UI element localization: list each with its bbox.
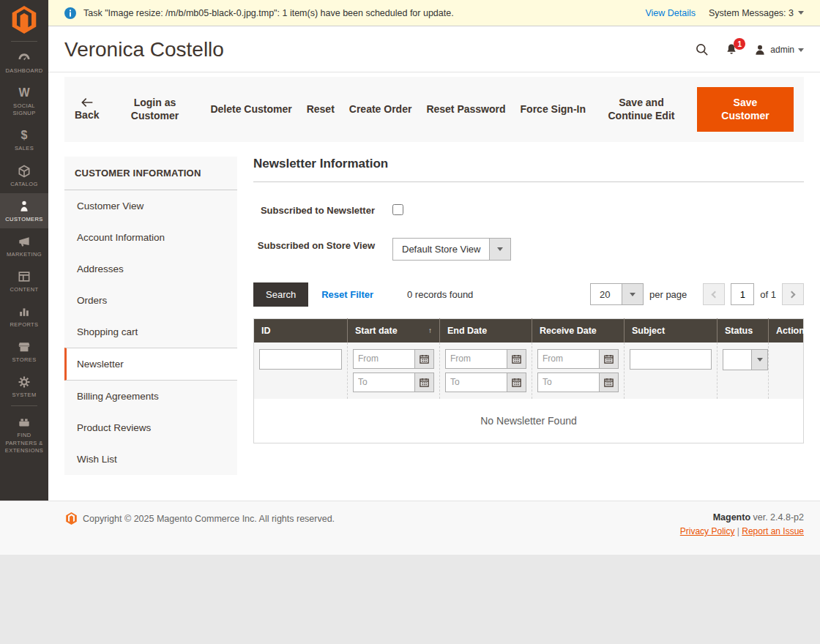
- notification-count-badge: 1: [734, 38, 745, 50]
- brand-label: Magento: [713, 512, 750, 523]
- back-arrow-icon: [81, 97, 93, 108]
- page-number-input[interactable]: [731, 283, 754, 305]
- sidebar-divider: [11, 405, 37, 406]
- calendar-icon[interactable]: [507, 373, 526, 392]
- column-header-receive-date[interactable]: Receive Date: [532, 318, 625, 342]
- column-header-end-date[interactable]: End Date: [440, 318, 532, 342]
- tab-addresses[interactable]: Addresses: [64, 253, 237, 285]
- create-order-button[interactable]: Create Order: [349, 103, 412, 116]
- start-date-from-input[interactable]: [354, 350, 414, 368]
- system-notice-bar: Task "Image resize: /m/b/mb05-black-0.jp…: [48, 0, 820, 26]
- tab-newsletter[interactable]: Newsletter: [64, 348, 237, 381]
- tab-wish-list[interactable]: Wish List: [64, 443, 237, 475]
- sidebar-item-label: REPORTS: [1, 321, 47, 329]
- tab-orders[interactable]: Orders: [64, 285, 237, 316]
- status-selected-value: [723, 350, 751, 370]
- sidebar-item-sales[interactable]: $ SALES: [0, 122, 48, 157]
- report-an-issue-link[interactable]: Report an Issue: [742, 526, 804, 536]
- calendar-icon[interactable]: [599, 373, 618, 392]
- select-dropdown-button[interactable]: [622, 284, 643, 304]
- notice-message: Task "Image resize: /m/b/mb05-black-0.jp…: [83, 8, 454, 18]
- sidebar-item-label: STORES: [1, 356, 47, 364]
- back-button[interactable]: Back: [75, 97, 99, 122]
- subscribed-on-store-view-label: Subscribed on Store View: [253, 238, 392, 252]
- column-header-subject[interactable]: Subject: [625, 318, 718, 342]
- select-dropdown-button[interactable]: [751, 350, 767, 370]
- store-view-select[interactable]: Default Store View: [392, 238, 511, 261]
- save-and-continue-button[interactable]: Save and Continue Edit: [600, 97, 682, 122]
- next-page-button[interactable]: [782, 283, 804, 305]
- per-page-select[interactable]: 20: [590, 283, 644, 305]
- tab-shopping-cart[interactable]: Shopping cart: [64, 316, 237, 348]
- calendar-icon[interactable]: [414, 373, 433, 392]
- column-header-start-date[interactable]: Start date ↑: [348, 318, 440, 342]
- view-details-link[interactable]: View Details: [645, 8, 696, 18]
- status-filter-select[interactable]: [723, 349, 768, 370]
- receive-date-to-input[interactable]: [538, 373, 599, 392]
- app-layout: DASHBOARD W SOCIAL SIGNUP $ SALES CATALO…: [0, 0, 820, 501]
- magento-footer-logo-icon: [66, 512, 77, 525]
- end-date-to-input[interactable]: [446, 373, 507, 392]
- start-date-to-input[interactable]: [354, 373, 414, 392]
- search-icon[interactable]: [695, 42, 709, 57]
- system-messages-dropdown[interactable]: System Messages: 3: [709, 8, 804, 18]
- id-filter-input[interactable]: [259, 349, 342, 370]
- records-found-label: 0 records found: [407, 289, 473, 300]
- reset-button[interactable]: Reset: [307, 103, 335, 116]
- sidebar-item-marketing[interactable]: MARKETING: [0, 228, 48, 263]
- tab-billing-agreements[interactable]: Billing Agreements: [64, 381, 237, 412]
- select-dropdown-button[interactable]: [489, 239, 510, 260]
- admin-sidebar: DASHBOARD W SOCIAL SIGNUP $ SALES CATALO…: [0, 0, 48, 501]
- sidebar-divider: [11, 41, 37, 42]
- link-separator: |: [737, 526, 739, 536]
- username-label: admin: [770, 45, 794, 55]
- sidebar-item-social-signup[interactable]: W SOCIAL SIGNUP: [0, 80, 48, 122]
- catalog-icon: [1, 164, 47, 179]
- sidebar-item-label: FIND PARTNERS & EXTENSIONS: [1, 432, 47, 454]
- previous-page-button[interactable]: [703, 283, 725, 305]
- sidebar-item-system[interactable]: SYSTEM: [0, 369, 48, 404]
- receive-date-from-input[interactable]: [538, 350, 599, 368]
- extensions-icon: [1, 415, 47, 430]
- sidebar-item-customers[interactable]: CUSTOMERS: [0, 193, 48, 228]
- sidebar-item-reports[interactable]: REPORTS: [0, 299, 48, 334]
- customers-icon: [1, 199, 47, 214]
- admin-user-menu[interactable]: admin: [753, 43, 804, 56]
- calendar-icon[interactable]: [414, 350, 433, 368]
- marketing-icon: [1, 234, 47, 249]
- grid-empty-row: No Newsletter Found: [254, 399, 804, 443]
- sidebar-item-dashboard[interactable]: DASHBOARD: [0, 45, 48, 80]
- calendar-icon[interactable]: [599, 350, 618, 368]
- column-header-status[interactable]: Status: [718, 318, 769, 342]
- login-as-customer-button[interactable]: Login as Customer: [113, 97, 195, 122]
- sidebar-item-find-partners[interactable]: FIND PARTNERS & EXTENSIONS: [0, 409, 48, 459]
- notifications-bell[interactable]: 1: [724, 42, 739, 57]
- sidebar-item-stores[interactable]: STORES: [0, 334, 48, 369]
- subject-filter-input[interactable]: [630, 349, 712, 370]
- calendar-icon[interactable]: [507, 350, 526, 368]
- reset-password-button[interactable]: Reset Password: [426, 103, 505, 116]
- sidebar-item-label: CUSTOMERS: [1, 216, 47, 223]
- grid-search-button[interactable]: Search: [253, 282, 308, 307]
- dashboard-icon: [1, 50, 47, 65]
- reset-filter-link[interactable]: Reset Filter: [321, 289, 373, 300]
- magento-logo[interactable]: [0, 0, 48, 40]
- force-sign-in-button[interactable]: Force Sign-In: [521, 103, 586, 116]
- subscribed-to-newsletter-label: Subscribed to Newsletter: [253, 203, 392, 217]
- column-header-id[interactable]: ID: [254, 318, 348, 342]
- save-customer-button[interactable]: Save Customer: [697, 87, 794, 132]
- tab-account-information[interactable]: Account Information: [64, 222, 237, 253]
- end-date-from-input[interactable]: [446, 350, 507, 368]
- sidebar-item-catalog[interactable]: CATALOG: [0, 158, 48, 193]
- subscribed-to-newsletter-checkbox[interactable]: [392, 204, 403, 215]
- tab-customer-view[interactable]: Customer View: [64, 190, 237, 222]
- delete-customer-button[interactable]: Delete Customer: [210, 103, 291, 116]
- grid-header-row: ID Start date ↑ End Date Receive Date Su…: [254, 318, 804, 342]
- privacy-policy-link[interactable]: Privacy Policy: [680, 526, 735, 536]
- column-header-label: Start date: [355, 326, 398, 336]
- empty-message: No Newsletter Found: [254, 399, 804, 443]
- chevron-right-icon: [789, 291, 796, 298]
- sidebar-item-content[interactable]: CONTENT: [0, 263, 48, 299]
- store-view-selected-value: Default Store View: [393, 239, 489, 260]
- tab-product-reviews[interactable]: Product Reviews: [64, 412, 237, 443]
